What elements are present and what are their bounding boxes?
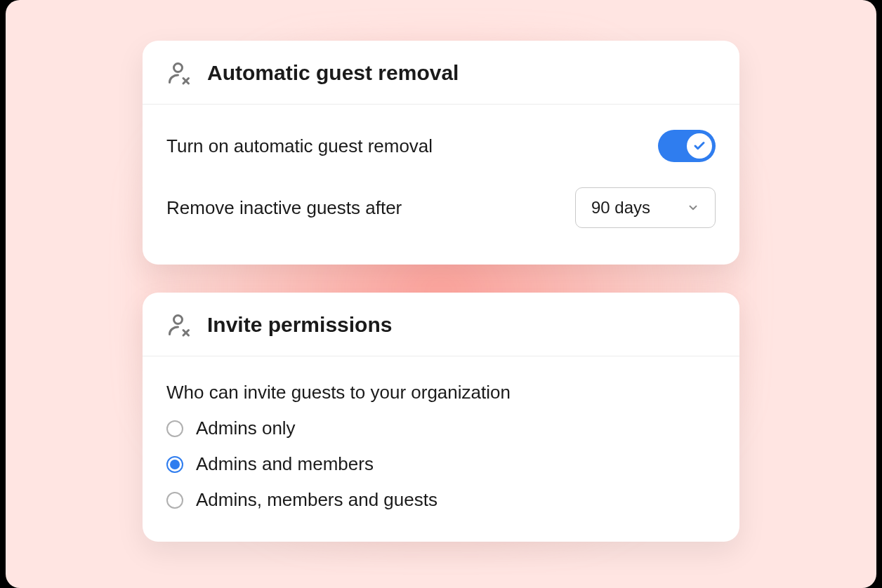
- svg-point-0: [174, 64, 183, 72]
- radio-label: Admins only: [196, 417, 296, 439]
- settings-canvas: Automatic guest removal Turn on automati…: [6, 0, 876, 588]
- radio-label: Admins, members and guests: [196, 489, 437, 511]
- check-icon: [693, 140, 706, 152]
- toggle-label: Turn on automatic guest removal: [166, 135, 433, 157]
- radio-option-admins-members-guests[interactable]: Admins, members and guests: [166, 482, 716, 518]
- card-header: Automatic guest removal: [143, 41, 739, 105]
- remove-after-row: Remove inactive guests after 90 days: [166, 175, 716, 241]
- remove-after-label: Remove inactive guests after: [166, 197, 402, 219]
- invite-question: Who can invite guests to your organizati…: [166, 369, 716, 410]
- user-x-icon: [166, 312, 192, 338]
- toggle-knob: [687, 133, 712, 159]
- select-value: 90 days: [591, 198, 650, 218]
- radio-option-admins-only[interactable]: Admins only: [166, 410, 716, 446]
- chevron-down-icon: [687, 201, 699, 214]
- card-body: Turn on automatic guest removal Remove i…: [143, 105, 739, 265]
- svg-point-3: [174, 316, 183, 324]
- card-header: Invite permissions: [143, 293, 739, 356]
- card-title: Invite permissions: [207, 313, 392, 337]
- radio-option-admins-members[interactable]: Admins and members: [166, 446, 716, 482]
- card-title: Automatic guest removal: [207, 61, 459, 85]
- invite-permissions-card: Invite permissions Who can invite guests…: [143, 293, 739, 542]
- toggle-row: Turn on automatic guest removal: [166, 117, 716, 175]
- radio-indicator: [166, 420, 183, 437]
- radio-indicator: [166, 492, 183, 509]
- automatic-guest-removal-card: Automatic guest removal Turn on automati…: [143, 41, 739, 265]
- auto-removal-toggle[interactable]: [658, 130, 716, 162]
- remove-after-select[interactable]: 90 days: [575, 187, 716, 228]
- radio-label: Admins and members: [196, 453, 374, 475]
- user-x-icon: [166, 60, 192, 86]
- radio-indicator: [166, 456, 183, 473]
- card-body: Who can invite guests to your organizati…: [143, 356, 739, 542]
